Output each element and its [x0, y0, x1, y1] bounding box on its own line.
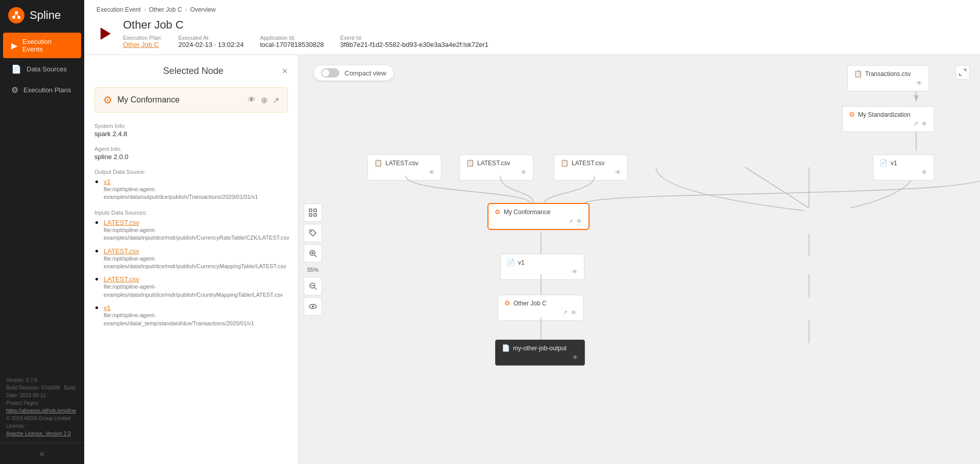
external-link-icon[interactable]: ↗: [913, 120, 918, 127]
view-icon[interactable]: 👁: [921, 169, 927, 176]
view-icon[interactable]: 👁: [429, 169, 435, 176]
breadcrumb-item-0[interactable]: Execution Event: [96, 6, 141, 13]
agent-info-value: spline 2.0.0: [94, 153, 288, 161]
application-id-label: Application Id:: [260, 35, 324, 41]
input-ds-link-2[interactable]: LATEST.csv: [104, 275, 288, 283]
executed-at-label: Executed At:: [178, 35, 243, 41]
execution-plan-label: Execution Plan:: [123, 35, 162, 41]
toggle-knob: [322, 69, 329, 76]
view-icon[interactable]: 👁: [615, 169, 621, 176]
view-icon[interactable]: 👁: [521, 169, 527, 176]
license-link[interactable]: Apache License, Version 2.0: [6, 431, 71, 436]
agent-info-label: Agent Info:: [94, 146, 288, 152]
selected-node-panel: Selected Node × ⚙ My Conformance 👁 ⊕ ↗ S…: [84, 55, 299, 464]
node-target-icon[interactable]: ⊕: [261, 95, 267, 105]
sidebar-collapse-button[interactable]: «: [0, 443, 84, 464]
breadcrumb-sep-1: ›: [185, 6, 187, 13]
svg-rect-6: [314, 209, 316, 212]
build-revision: Build Revision: 67dd0f9 Build Date: 2023…: [6, 384, 78, 399]
app-name: Spline: [30, 9, 61, 22]
svg-point-9: [311, 231, 312, 232]
input-ds-link-1[interactable]: LATEST.csv: [104, 247, 288, 255]
file-dark-icon: 📄: [502, 344, 510, 352]
execution-plans-icon: ⚙: [11, 85, 18, 95]
input-ds-link-0[interactable]: LATEST.csv: [104, 219, 288, 226]
node-latest-csv-1[interactable]: 📋 LATEST.csv 👁: [368, 154, 442, 181]
eye-button[interactable]: [304, 297, 322, 316]
toggle-switch[interactable]: [321, 68, 339, 78]
graph-canvas: Compact view 55%: [299, 55, 980, 464]
canvas-area: Selected Node × ⚙ My Conformance 👁 ⊕ ↗ S…: [84, 55, 980, 464]
external-link-icon[interactable]: ↗: [568, 218, 573, 225]
license-info: License: Apache License, Version 2.0: [6, 422, 78, 437]
view-icon[interactable]: 👁: [921, 120, 927, 127]
system-info-label: System Info:: [94, 123, 288, 129]
view-icon[interactable]: 👁: [572, 268, 578, 275]
compact-label: Compact view: [345, 69, 386, 77]
agent-info-section: Agent Info: spline 2.0.0: [94, 146, 288, 161]
node-name: My Conformance: [117, 95, 180, 105]
external-link-icon[interactable]: ↗: [562, 309, 568, 316]
zoom-in-button[interactable]: [304, 244, 322, 263]
input-ds-link-3[interactable]: v1: [104, 304, 288, 312]
panel-close-button[interactable]: ×: [282, 65, 288, 77]
expand-button[interactable]: [955, 65, 970, 80]
node-my-standardization[interactable]: ⚙ My Standardization ↗ 👁: [842, 106, 934, 132]
node-transactions-csv[interactable]: 📋 Transactions.csv 👁: [847, 65, 929, 91]
csv-icon: 📋: [374, 159, 382, 167]
breadcrumb-item-1[interactable]: Other Job C: [149, 6, 182, 13]
input-ds-path-1: file:/opt/spline-agent-examples/data/inp…: [104, 255, 288, 271]
project-pages-link[interactable]: https://absaoss.github.io/spline: [6, 408, 76, 414]
view-icon[interactable]: 👁: [571, 309, 577, 316]
sidebar-item-execution-events[interactable]: ▶ Execution Events: [3, 33, 81, 58]
output-ds-section: Output Data Source: v1 file:/opt/spline-…: [94, 169, 288, 201]
application-id-value: local-1707818530828: [260, 41, 324, 48]
node-v1-mid[interactable]: 📄 v1 👁: [500, 254, 584, 280]
node-other-job-c[interactable]: ⚙ Other Job C ↗ 👁: [498, 295, 583, 321]
output-ds-list: v1 file:/opt/spline-agent-examples/data/…: [94, 177, 288, 201]
page-header: Execution Event › Other Job C › Overview…: [84, 0, 980, 55]
node-label: Transactions.csv: [865, 70, 911, 78]
csv-icon: 📋: [466, 159, 474, 167]
node-info-header: ⚙ My Conformance 👁 ⊕ ↗: [94, 87, 288, 113]
node-label: My Conformance: [504, 209, 550, 216]
svg-rect-7: [309, 214, 312, 216]
view-icon[interactable]: 👁: [572, 354, 578, 361]
node-label: LATEST.csv: [572, 160, 604, 167]
output-ds-link-0[interactable]: v1: [104, 178, 288, 186]
svg-line-11: [314, 255, 316, 257]
node-v1-top[interactable]: 📄 v1 👁: [873, 154, 934, 181]
compact-view-toggle[interactable]: Compact view: [314, 65, 394, 81]
copyright: © 2019 ABSA Group Limited: [6, 415, 78, 422]
job-title: Other Job C: [123, 18, 488, 32]
sidebar-item-execution-plans[interactable]: ⚙ Execution Plans: [3, 80, 81, 100]
node-label: My Standardization: [858, 111, 911, 118]
job-meta: Execution Plan: Other Job C Executed At:…: [123, 35, 488, 48]
app-logo-icon: [8, 7, 24, 23]
view-icon[interactable]: 👁: [916, 80, 922, 87]
sidebar-item-label: Data Sources: [27, 65, 67, 73]
sidebar-nav: ▶ Execution Events 📄 Data Sources ⚙ Exec…: [0, 33, 84, 100]
main-content: Execution Event › Other Job C › Overview…: [84, 0, 980, 464]
node-external-link-icon[interactable]: ↗: [273, 95, 279, 105]
node-view-icon[interactable]: 👁: [248, 95, 256, 105]
node-latest-csv-3[interactable]: 📋 LATEST.csv 👁: [554, 154, 628, 181]
zoom-out-button[interactable]: [304, 277, 322, 295]
node-name-row: ⚙ My Conformance: [103, 94, 180, 106]
execution-plan-value[interactable]: Other Job C: [123, 41, 162, 48]
node-label: Other Job C: [513, 300, 547, 307]
play-button[interactable]: [96, 24, 115, 43]
node-latest-csv-2[interactable]: 📋 LATEST.csv 👁: [459, 154, 533, 181]
output-ds-path-0: file:/opt/spline-agent-examples/data/out…: [104, 186, 288, 201]
tag-button[interactable]: [304, 224, 322, 242]
sidebar-item-data-sources[interactable]: 📄 Data Sources: [3, 59, 81, 79]
node-my-conformance[interactable]: ⚙ My Conformance ↗ 👁: [487, 203, 590, 230]
fit-view-button[interactable]: [304, 203, 322, 222]
panel-header: Selected Node ×: [94, 65, 288, 77]
view-icon[interactable]: 👁: [576, 218, 582, 225]
sidebar-item-label: Execution Plans: [23, 86, 71, 94]
output-ds-label: Output Data Source:: [94, 169, 288, 175]
event-id-label: Event Id:: [340, 35, 488, 41]
job-info: Other Job C Execution Plan: Other Job C …: [123, 18, 488, 48]
node-my-other-job-output[interactable]: 📄 my-other-job-output 👁: [495, 340, 585, 366]
